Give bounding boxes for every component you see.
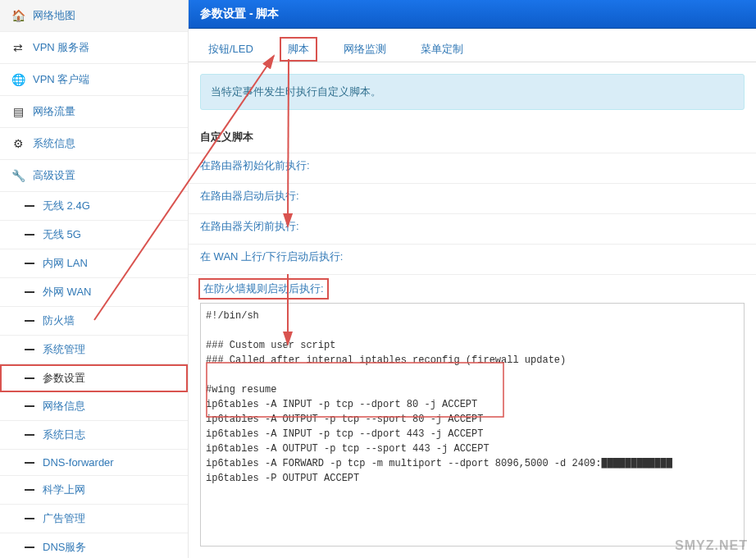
tab-menu-custom[interactable]: 菜单定制 bbox=[412, 37, 471, 62]
sidebar-sub-firewall[interactable]: 防火墙 bbox=[0, 307, 188, 336]
bars-icon: ▤ bbox=[11, 105, 25, 118]
dash-icon bbox=[25, 234, 34, 236]
sub-label: 外网 WAN bbox=[43, 285, 91, 300]
sidebar-sub-dnsforwarder[interactable]: DNS-forwarder bbox=[0, 450, 188, 476]
nav-vpn-client[interactable]: 🌐VPN 客户端 bbox=[0, 64, 188, 96]
watermark: SMYZ.NET bbox=[675, 538, 748, 553]
sub-label: 内网 LAN bbox=[43, 256, 88, 271]
dash-icon bbox=[25, 489, 34, 491]
nav-system-info[interactable]: ⚙系统信息 bbox=[0, 128, 188, 160]
nav-label: 高级设置 bbox=[33, 168, 75, 183]
dash-icon bbox=[25, 291, 34, 293]
sidebar-sub-wireless24g[interactable]: 无线 2.4G bbox=[0, 192, 188, 221]
sub-label: 科学上网 bbox=[43, 483, 85, 497]
link-label: 在路由器启动后执行: bbox=[200, 190, 299, 202]
nav-label: VPN 客户端 bbox=[33, 72, 89, 87]
tabs: 按钮/LED 脚本 网络监测 菜单定制 bbox=[189, 29, 756, 62]
sub-label: 无线 2.4G bbox=[43, 199, 90, 213]
sidebar-sub-system-mgmt[interactable]: 系统管理 bbox=[0, 336, 188, 364]
wrench-icon: 🔧 bbox=[11, 169, 25, 182]
link-wan-updown[interactable]: 在 WAN 上行/下行启动后执行: bbox=[189, 245, 756, 275]
link-label: 在 WAN 上行/下行启动后执行: bbox=[200, 250, 343, 263]
script-editor[interactable]: #!/bin/sh ### Custom user script ### Cal… bbox=[200, 303, 745, 547]
link-after-boot[interactable]: 在路由器启动后执行: bbox=[189, 184, 756, 214]
sidebar-sub-lan[interactable]: 内网 LAN bbox=[0, 249, 188, 278]
tab-script[interactable]: 脚本 bbox=[280, 37, 317, 62]
globe-icon: 🌐 bbox=[11, 73, 25, 86]
sidebar-sub-syslog[interactable]: 系统日志 bbox=[0, 421, 188, 450]
link-before-shutdown[interactable]: 在路由器关闭前执行: bbox=[189, 214, 756, 245]
dash-icon bbox=[25, 462, 34, 464]
page-header: 参数设置 - 脚本 bbox=[189, 0, 756, 29]
info-box: 当特定事件发生时执行自定义脚本。 bbox=[200, 74, 745, 110]
nav-label: VPN 服务器 bbox=[33, 40, 89, 55]
dash-icon bbox=[25, 434, 34, 436]
link-before-init[interactable]: 在路由器初始化前执行: bbox=[189, 153, 756, 184]
dash-icon bbox=[25, 320, 34, 322]
link-label: 在路由器初始化前执行: bbox=[200, 159, 310, 172]
nav-vpn-server[interactable]: ⇄VPN 服务器 bbox=[0, 32, 188, 64]
sidebar-sub-adblock[interactable]: 广告管理 bbox=[0, 505, 188, 533]
nav-traffic[interactable]: ▤网络流量 bbox=[0, 96, 188, 128]
dash-icon bbox=[25, 205, 34, 207]
home-icon: 🏠 bbox=[11, 9, 25, 22]
sidebar-sub-proxy[interactable]: 科学上网 bbox=[0, 476, 188, 505]
sidebar-sub-wireless5g[interactable]: 无线 5G bbox=[0, 221, 188, 249]
link-firewall-rules[interactable]: 在防火墙规则启动后执行: bbox=[198, 278, 329, 300]
swap-icon: ⇄ bbox=[11, 41, 25, 54]
section-title: 自定义脚本 bbox=[189, 121, 756, 153]
gear-icon: ⚙ bbox=[11, 137, 25, 150]
sub-label: 参数设置 bbox=[43, 371, 85, 386]
nav-label: 系统信息 bbox=[33, 136, 75, 151]
dash-icon bbox=[25, 263, 34, 264]
link-label: 在路由器关闭前执行: bbox=[200, 220, 299, 232]
dash-icon bbox=[25, 405, 34, 407]
sub-label: 无线 5G bbox=[43, 227, 81, 242]
tab-netmonitor[interactable]: 网络监测 bbox=[335, 37, 394, 62]
nav-label: 网络流量 bbox=[33, 104, 75, 119]
dash-icon bbox=[25, 349, 34, 350]
dash-icon bbox=[25, 518, 34, 519]
sub-label: 防火墙 bbox=[43, 313, 75, 328]
nav-label: 网络地图 bbox=[33, 8, 75, 23]
sub-label: DNS服务 bbox=[43, 540, 86, 555]
sidebar-sub-wan[interactable]: 外网 WAN bbox=[0, 278, 188, 307]
link-label: 在防火墙规则启动后执行: bbox=[203, 282, 324, 295]
sub-label: 系统日志 bbox=[43, 428, 85, 442]
dash-icon bbox=[25, 547, 34, 548]
sub-label: 网络信息 bbox=[43, 399, 85, 414]
nav-network-map[interactable]: 🏠网络地图 bbox=[0, 0, 188, 32]
sub-label: DNS-forwarder bbox=[43, 456, 114, 469]
sidebar-sub-params[interactable]: 参数设置 bbox=[0, 364, 188, 392]
tab-button-led[interactable]: 按钮/LED bbox=[200, 37, 262, 62]
sub-label: 广告管理 bbox=[43, 511, 85, 526]
sub-label: 系统管理 bbox=[43, 342, 85, 357]
sidebar-sub-dns[interactable]: DNS服务 bbox=[0, 533, 188, 558]
main-content: 参数设置 - 脚本 按钮/LED 脚本 网络监测 菜单定制 当特定事件发生时执行… bbox=[189, 0, 756, 558]
sidebar-sub-netinfo[interactable]: 网络信息 bbox=[0, 392, 188, 421]
dash-icon bbox=[25, 377, 34, 379]
nav-advanced[interactable]: 🔧高级设置 bbox=[0, 160, 188, 192]
sidebar: 🏠网络地图 ⇄VPN 服务器 🌐VPN 客户端 ▤网络流量 ⚙系统信息 🔧高级设… bbox=[0, 0, 189, 558]
